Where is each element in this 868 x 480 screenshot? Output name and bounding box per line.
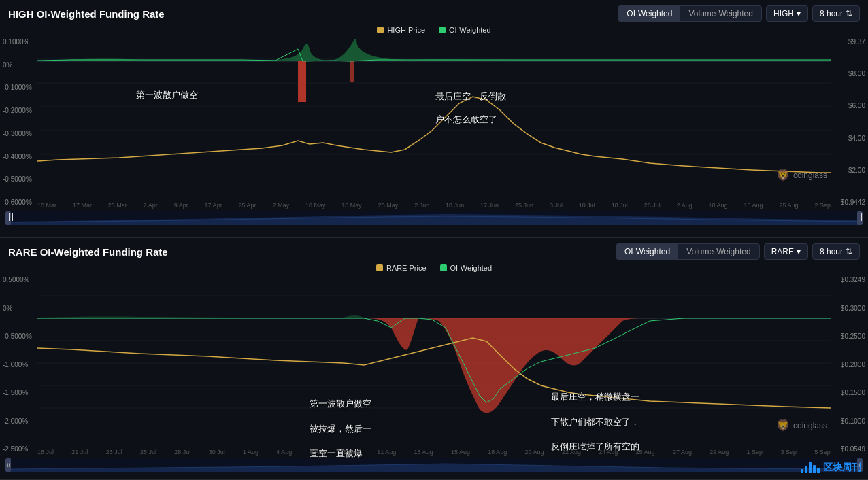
rare-oi-weighted-btn[interactable]: OI-Weighted xyxy=(616,244,678,259)
high-scrollbar-track: ⏸ ⏸ xyxy=(5,211,863,225)
svg-rect-0 xyxy=(37,35,831,185)
rare-price-dot xyxy=(376,264,383,271)
rare-chart-svg xyxy=(37,273,831,433)
rare-mini-chart xyxy=(5,458,863,472)
rare-chevron-down-icon: ▾ xyxy=(797,247,801,256)
rare-symbol-select[interactable]: RARE ▾ xyxy=(764,243,808,260)
high-annotation-1: 第一波散户做空 xyxy=(136,90,198,101)
high-scrollbar[interactable]: ⏸ ⏸ xyxy=(5,211,863,230)
high-mini-chart xyxy=(5,211,863,225)
rare-watermark-text: coinglass xyxy=(793,421,827,430)
high-scrollbar-handle-right[interactable]: ⏸ xyxy=(857,211,863,225)
rare-volume-weighted-btn[interactable]: Volume-Weighted xyxy=(678,244,759,259)
high-scrollbar-handle-left[interactable]: ⏸ xyxy=(5,211,11,225)
rare-chart-inner: 0.5000% 0% -0.5000% -1.000% -1.500% -2.0… xyxy=(0,273,868,456)
high-chart-controls: OI-Weighted Volume-Weighted HIGH ▾ 8 hou… xyxy=(618,5,860,22)
high-watermark-text: coinglass xyxy=(793,171,827,180)
high-price-dot xyxy=(377,27,384,33)
rare-scrollbar-handle-left[interactable]: ⏸ xyxy=(5,458,11,472)
logo-bar-3 xyxy=(809,462,812,473)
high-chart-inner: 0.1000% 0% -0.1000% -0.2000% -0.3000% -0… xyxy=(0,35,868,209)
high-volume-weighted-btn[interactable]: Volume-Weighted xyxy=(680,6,761,21)
rare-scrollbar-track: ⏸ ⏸ xyxy=(5,458,863,472)
logo-bar-4 xyxy=(813,465,816,473)
bottom-logo: 区块周刊 xyxy=(801,462,861,474)
high-price-legend: HIGH Price xyxy=(377,26,425,34)
high-annotation-2: 最后庄空，反倒散 户不怎么敢空了 xyxy=(435,80,506,126)
sort-icon: ⇅ xyxy=(846,9,852,18)
rare-y-axis-right: $0.3249 $0.3000 $0.2500 $0.2000 $0.1500 … xyxy=(831,273,868,456)
rare-oi-weighted-label: OI-Weighted xyxy=(450,264,493,272)
logo-bars xyxy=(801,462,820,473)
rare-chart-svg-container xyxy=(37,273,831,441)
high-price-label: HIGH Price xyxy=(387,26,425,34)
coinglass-icon: 🦁 xyxy=(776,169,790,182)
high-legend: HIGH Price OI-Weighted xyxy=(0,24,868,35)
oi-weighted-label: OI-Weighted xyxy=(449,26,491,34)
high-chart-header: HIGH OI-Weighted Funding Rate OI-Weighte… xyxy=(0,0,868,24)
rare-sort-icon: ⇅ xyxy=(846,247,852,256)
rare-watermark: 🦁 coinglass xyxy=(776,419,827,432)
rare-legend: RARE Price OI-Weighted xyxy=(0,262,868,273)
rare-chart-title: RARE OI-Weighted Funding Rate xyxy=(8,246,168,258)
high-symbol-select[interactable]: HIGH ▾ xyxy=(766,5,808,22)
rare-price-label: RARE Price xyxy=(386,264,427,272)
rare-coinglass-icon: 🦁 xyxy=(776,419,790,432)
rare-price-legend: RARE Price xyxy=(376,264,427,272)
high-y-axis-left: 0.1000% 0% -0.1000% -0.2000% -0.3000% -0… xyxy=(0,35,37,209)
rare-x-axis: 18 Jul 21 Jul 23 Jul 25 Jul 28 Jul 30 Ju… xyxy=(37,449,831,456)
logo-bar-1 xyxy=(801,469,803,473)
high-x-axis: 10 Mar 17 Mar 25 Mar 2 Apr 9 Apr 17 Apr … xyxy=(37,202,831,209)
oi-weighted-dot xyxy=(439,27,446,33)
high-chart-section: HIGH OI-Weighted Funding Rate OI-Weighte… xyxy=(0,0,868,238)
rare-chart-header: RARE OI-Weighted Funding Rate OI-Weighte… xyxy=(0,238,868,262)
rare-y-axis-left: 0.5000% 0% -0.5000% -1.000% -1.500% -2.0… xyxy=(0,273,37,456)
high-chart-svg xyxy=(37,35,831,185)
rare-oi-weighted-dot xyxy=(440,264,447,271)
rare-interval-btn[interactable]: 8 hour ⇅ xyxy=(812,243,860,260)
svg-rect-7 xyxy=(298,61,306,102)
bottom-logo-text: 区块周刊 xyxy=(823,462,861,474)
high-watermark: 🦁 coinglass xyxy=(776,169,827,182)
rare-weight-buttons: OI-Weighted Volume-Weighted xyxy=(616,243,760,260)
rare-chart-controls: OI-Weighted Volume-Weighted RARE ▾ 8 hou… xyxy=(616,243,860,260)
high-chart-title: HIGH OI-Weighted Funding Rate xyxy=(8,8,165,20)
rare-oi-weighted-legend: OI-Weighted xyxy=(440,264,493,272)
oi-weighted-legend: OI-Weighted xyxy=(439,26,491,34)
rare-scrollbar[interactable]: ⏸ ⏸ xyxy=(5,458,863,477)
high-weight-buttons: OI-Weighted Volume-Weighted xyxy=(618,5,762,22)
logo-bar-5 xyxy=(817,468,820,473)
high-oi-weighted-btn[interactable]: OI-Weighted xyxy=(618,6,680,21)
high-y-axis-right: $9.37 $8.00 $6.00 $4.00 $2.00 $0.9442 xyxy=(831,35,868,209)
chevron-down-icon: ▾ xyxy=(797,9,801,18)
high-chart-svg-container xyxy=(37,35,831,195)
svg-rect-8 xyxy=(350,61,354,82)
high-interval-btn[interactable]: 8 hour ⇅ xyxy=(812,5,860,22)
rare-chart-section: RARE OI-Weighted Funding Rate OI-Weighte… xyxy=(0,238,868,480)
logo-bar-2 xyxy=(805,466,807,473)
svg-rect-10 xyxy=(37,273,831,433)
